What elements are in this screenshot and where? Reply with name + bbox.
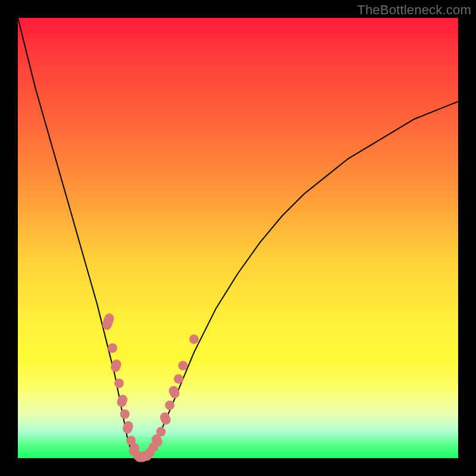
curve-marker [156,427,166,437]
watermark-text: TheBottleneck.com [357,2,471,18]
curve-marker [174,374,183,384]
curve-marker [121,420,134,435]
curve-marker [178,361,188,371]
curve-marker [165,400,174,410]
curve-marker [120,409,130,419]
curve-marker [116,393,129,408]
curve-marker [167,384,181,399]
curve-marker [108,343,117,353]
marker-group [101,312,199,462]
chart-svg [18,18,458,458]
curve-marker [114,378,124,388]
curve-marker [159,411,173,426]
bottleneck-curve [18,18,458,458]
curve-marker [189,334,199,344]
